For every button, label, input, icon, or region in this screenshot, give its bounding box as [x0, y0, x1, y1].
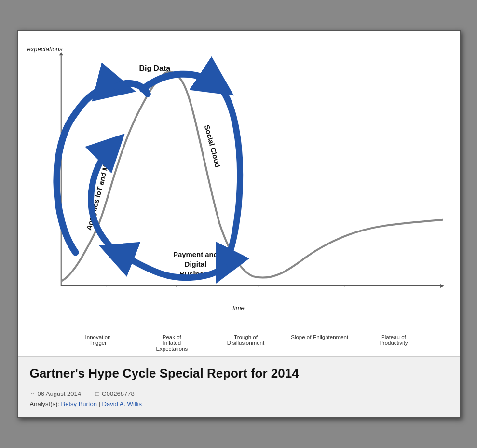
doc-icon: □ — [95, 390, 99, 397]
report-date: 06 August 2014 — [38, 390, 81, 397]
svg-marker-3 — [440, 284, 444, 288]
clock-icon: ⚬ — [30, 390, 35, 397]
main-container: expectations time Big Data Social Cloud … — [17, 30, 461, 418]
phase-peak: Peak ofInflatedExpectations — [135, 334, 209, 352]
report-meta: ⚬ 06 August 2014 □ G00268778 — [30, 386, 448, 397]
svg-marker-1 — [59, 52, 63, 55]
report-title: Gartner's Hype Cycle Special Report for … — [30, 366, 448, 381]
info-section: Gartner's Hype Cycle Special Report for … — [18, 356, 460, 417]
phase-trough: Trough ofDisillusionment — [209, 334, 283, 352]
chart-area: expectations time Big Data Social Cloud … — [32, 41, 445, 330]
phase-slope: Slope of Enlightenment — [283, 334, 356, 352]
docid-item: □ G00268778 — [95, 390, 135, 397]
phase-labels-container: InnovationTrigger Peak ofInflatedExpecta… — [32, 330, 445, 352]
report-docid: G00268778 — [102, 390, 135, 397]
chart-section: expectations time Big Data Social Cloud … — [18, 31, 460, 356]
hype-cycle-svg: Big Data Social Cloud Analytics IoT and … — [32, 41, 445, 330]
analyst-2[interactable]: David A. Willis — [102, 400, 142, 407]
analysts-line: Analyst(s): Betsy Burton | David A. Will… — [30, 400, 448, 407]
analyst-1[interactable]: Betsy Burton — [61, 400, 97, 407]
social-cloud-label: Social Cloud — [203, 124, 222, 168]
date-item: ⚬ 06 August 2014 — [30, 390, 81, 397]
phase-innovation: InnovationTrigger — [61, 334, 135, 352]
svg-text:Digital: Digital — [184, 260, 206, 268]
payment-label: Payment and — [173, 250, 218, 258]
big-data-label: Big Data — [139, 64, 170, 72]
analysts-label: Analyst(s): — [30, 400, 59, 407]
analyst-separator: | — [99, 400, 102, 407]
phase-plateau: Plateau ofProductivity — [356, 334, 430, 352]
